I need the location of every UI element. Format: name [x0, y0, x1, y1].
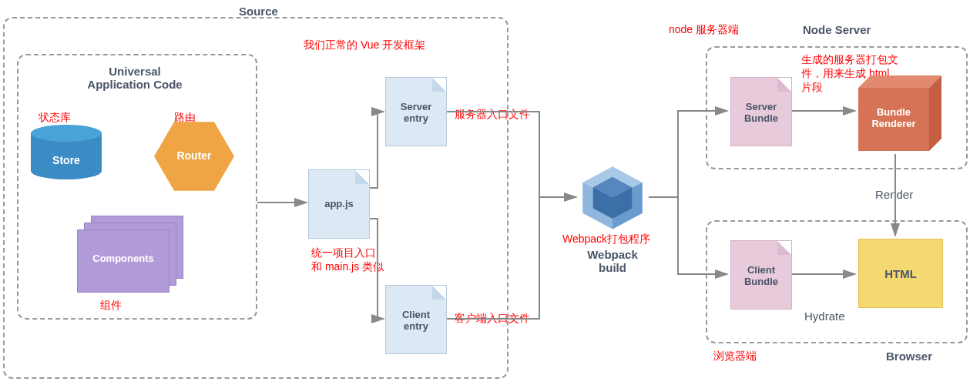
webpack-cube-icon [578, 163, 647, 233]
server-bundle-label: Server Bundle [731, 101, 791, 124]
store-icon: Store [31, 125, 102, 186]
client-entry-annotation: 客户端入口文件 [455, 312, 530, 326]
universal-code-title: Universal Application Code [77, 65, 193, 91]
html-output-box: HTML [858, 239, 943, 308]
client-entry-file: Client entry [385, 285, 447, 354]
router-icon: Router [154, 122, 234, 191]
node-server-title: Node Server [803, 23, 871, 36]
client-bundle-file: Client Bundle [730, 240, 792, 310]
appjs-file: app.js [308, 169, 370, 239]
components-label: Components [77, 253, 169, 264]
html-label: HTML [884, 267, 917, 280]
server-bundle-file: Server Bundle [730, 77, 792, 146]
router-label: Router [154, 149, 234, 162]
server-entry-file: Server entry [385, 77, 447, 146]
server-entry-annotation: 服务器入口文件 [455, 108, 530, 122]
webpack-annotation: Webpack打包程序 [562, 233, 650, 246]
store-annotation: 状态库 [39, 111, 71, 125]
bundle-renderer-box: Bundle Renderer [858, 75, 943, 152]
render-edge-label: Render [875, 188, 913, 201]
store-label: Store [31, 154, 102, 166]
appjs-annotation-bottom: 统一项目入口 和 main.js 类似 [311, 246, 384, 274]
source-title: Source [239, 5, 278, 18]
browser-title: Browser [886, 350, 932, 363]
client-entry-label: Client entry [386, 309, 446, 332]
components-annotation: 组件 [100, 299, 122, 313]
appjs-annotation-top: 我们正常的 Vue 开发框架 [304, 38, 425, 52]
hydrate-edge-label: Hydrate [804, 310, 845, 323]
client-bundle-label: Client Bundle [731, 264, 791, 287]
webpack-label: Webpack build [555, 248, 670, 274]
appjs-label: app.js [309, 198, 369, 209]
bundle-renderer-label: Bundle Renderer [858, 106, 929, 129]
components-icon: Components [77, 216, 185, 293]
node-server-annotation: node 服务器端 [669, 23, 739, 37]
browser-annotation: 浏览器端 [713, 350, 757, 363]
server-entry-label: Server entry [386, 101, 446, 124]
